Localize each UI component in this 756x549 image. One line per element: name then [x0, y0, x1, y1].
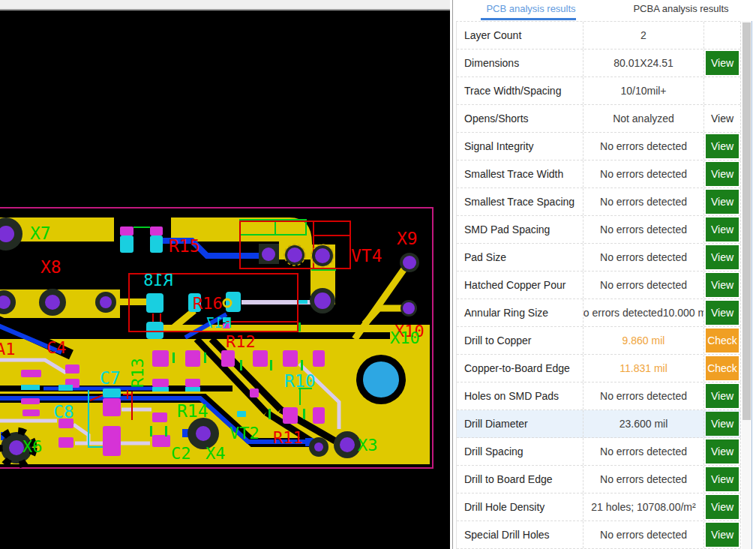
panel-border	[752, 21, 752, 549]
pcb-label: C2	[171, 444, 191, 463]
pcb-label: X10	[390, 328, 420, 347]
pcb-label: C4	[46, 338, 67, 357]
row-label: Drill to Board Edge	[457, 473, 583, 485]
row-value: 11.831 mil	[583, 355, 704, 382]
row-value: No errors detected	[583, 438, 704, 465]
table-row[interactable]: SMD Pad SpacingNo errors detectedView	[457, 216, 740, 244]
view-button[interactable]: View	[706, 273, 739, 297]
row-action-cell: View	[704, 105, 741, 132]
row-value: 21 holes; 10708.00/m²	[583, 494, 704, 520]
pcb-label: R12	[226, 332, 256, 351]
pcb-label: R15	[169, 236, 200, 256]
analysis-panel: PCB analysis results PCBA analysis resul…	[456, 0, 756, 549]
table-row[interactable]: Drill to Copper9.860 milCheck	[457, 327, 740, 355]
pcb-label: C8	[53, 402, 74, 422]
row-action-cell: View	[704, 133, 741, 160]
row-label: Trace Width/Spacing	[457, 85, 583, 97]
row-action-cell: View	[704, 438, 741, 465]
row-value: No errors detected10.000 mil	[583, 299, 704, 326]
drill-hole	[356, 355, 406, 404]
view-button[interactable]: View	[706, 245, 739, 269]
row-label: Special Drill Holes	[457, 529, 583, 541]
view-button[interactable]: View	[706, 162, 739, 186]
view-button[interactable]: View	[706, 384, 739, 408]
row-value: No errors detected	[583, 133, 704, 160]
table-row[interactable]: Trace Width/Spacing10/10mil+	[457, 77, 740, 105]
view-button[interactable]: View	[706, 412, 739, 436]
table-row[interactable]: Dimensions80.01X24.51View	[457, 50, 740, 77]
table-row[interactable]: Layer Count2	[457, 22, 740, 50]
row-label: Annular Ring Size	[457, 307, 583, 319]
row-label: Holes on SMD Pads	[457, 390, 583, 402]
pcb-label: X3	[358, 436, 378, 454]
row-action-cell: View	[704, 50, 741, 76]
pcb-label: R10	[284, 371, 316, 391]
row-label: Signal Integrity	[457, 140, 583, 152]
row-value: 80.01X24.51	[583, 50, 704, 76]
view-button[interactable]: View	[706, 523, 739, 547]
check-button[interactable]: Check	[706, 356, 739, 380]
view-button[interactable]: View	[706, 467, 739, 491]
row-value: No errors detected	[583, 216, 704, 243]
table-row[interactable]: Smallest Trace WidthNo errors detectedVi…	[457, 160, 740, 188]
row-action-cell: View	[704, 466, 741, 493]
pcb-canvas: X7 X8 R15 R18 R16 R17 VT4 X9 X10 X10 R12…	[0, 0, 450, 549]
tab-pcba-analysis-results[interactable]: PCBA analysis results	[606, 0, 756, 21]
check-button[interactable]: Check	[706, 328, 739, 352]
row-label: Opens/Shorts	[457, 112, 583, 124]
table-row[interactable]: Drill Hole Density21 holes; 10708.00/m²V…	[457, 494, 740, 521]
table-row[interactable]: Copper-to-Board Edge11.831 milCheck	[457, 355, 740, 382]
pane-divider	[450, 0, 456, 549]
table-row[interactable]: Signal IntegrityNo errors detectedView	[457, 133, 740, 160]
view-button[interactable]: View	[706, 440, 739, 464]
view-button[interactable]: View	[706, 218, 739, 242]
pcb-label: X8	[40, 257, 62, 277]
view-link[interactable]: View	[711, 112, 734, 124]
pcb-label: X4	[206, 444, 226, 463]
row-value: 10/10mil+	[583, 77, 704, 104]
row-action-cell: View	[704, 160, 741, 188]
view-button[interactable]: View	[706, 495, 739, 519]
row-value: No errors detected	[583, 272, 704, 298]
table-row[interactable]: Special Drill HolesNo errors detectedVie…	[457, 521, 740, 549]
view-button[interactable]: View	[706, 301, 739, 325]
view-button[interactable]: View	[706, 51, 739, 75]
pcb-label: X9	[397, 229, 418, 248]
row-label: Smallest Trace Spacing	[457, 196, 583, 208]
panel-scrollbar[interactable]	[742, 21, 752, 549]
row-value: No errors detected	[583, 521, 704, 548]
table-row[interactable]: Drill SpacingNo errors detectedView	[457, 438, 740, 466]
pcb-label: X7	[30, 224, 51, 243]
row-label: SMD Pad Spacing	[457, 224, 583, 236]
row-action-cell	[704, 22, 741, 49]
viewer-top-strip	[0, 0, 450, 10]
scrollbar-thumb[interactable]	[742, 22, 751, 420]
table-row[interactable]: Drill Diameter23.600 milView	[457, 410, 740, 438]
active-tab-underline	[481, 18, 576, 20]
row-value: No errors detected	[583, 160, 704, 188]
row-action-cell: Check	[704, 327, 741, 354]
row-value: No errors detected	[583, 244, 704, 271]
table-row[interactable]: Pad SizeNo errors detectedView	[457, 244, 740, 272]
table-row[interactable]: Annular Ring SizeNo errors detected10.00…	[457, 299, 740, 327]
row-value: No errors detected	[583, 466, 704, 493]
row-action-cell	[704, 77, 741, 104]
row-action-cell: View	[704, 382, 741, 410]
table-row[interactable]: Smallest Trace SpacingNo errors detected…	[457, 188, 740, 216]
table-row[interactable]: Holes on SMD PadsNo errors detectedView	[457, 382, 740, 410]
row-label: Dimensions	[457, 57, 583, 69]
pcb-label: X6	[22, 437, 43, 456]
row-action-cell: View	[704, 272, 741, 298]
row-label: Drill to Copper	[457, 334, 583, 346]
row-label: Copper-to-Board Edge	[457, 362, 583, 374]
table-row[interactable]: Opens/ShortsNot analyzedView	[457, 105, 740, 133]
table-row[interactable]: Drill to Board EdgeNo errors detectedVie…	[457, 466, 740, 494]
pcb-label: R11	[273, 428, 303, 447]
row-label: Drill Hole Density	[457, 501, 583, 513]
table-row[interactable]: Hatched Copper PourNo errors detectedVie…	[457, 272, 740, 299]
pcb-viewer-pane[interactable]: X7 X8 R15 R18 R16 R17 VT4 X9 X10 X10 R12…	[0, 0, 450, 549]
pcb-label: R18	[143, 271, 173, 290]
view-button[interactable]: View	[706, 190, 739, 214]
view-button[interactable]: View	[706, 134, 739, 158]
row-label: Pad Size	[457, 251, 583, 263]
